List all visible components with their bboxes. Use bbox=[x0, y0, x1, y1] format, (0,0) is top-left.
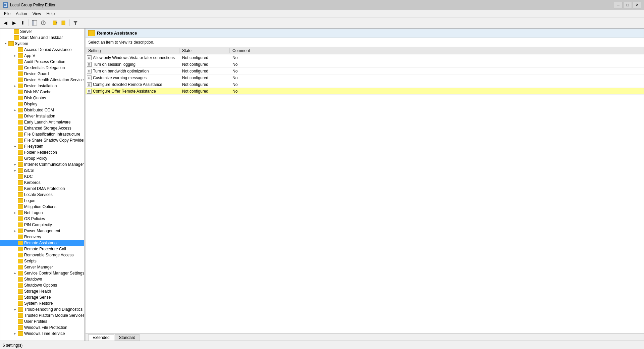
expand-icon[interactable]: ▸ bbox=[12, 144, 18, 149]
expand-icon[interactable] bbox=[12, 222, 18, 228]
tree-item[interactable]: Windows File Protection bbox=[0, 325, 84, 331]
expand-icon[interactable]: ▸ bbox=[12, 270, 18, 276]
expand-icon[interactable] bbox=[12, 65, 18, 70]
table-row[interactable]: ⊞Turn on session loggingNot configuredNo bbox=[86, 61, 644, 68]
expand-icon[interactable] bbox=[12, 89, 18, 95]
tree-item[interactable]: Remote Assistance bbox=[0, 240, 84, 246]
tree-item[interactable]: Disk Quotas bbox=[0, 95, 84, 101]
toolbar-btn-2[interactable] bbox=[39, 19, 47, 27]
expand-icon[interactable] bbox=[12, 95, 18, 101]
expand-icon[interactable] bbox=[12, 59, 18, 64]
expand-icon[interactable] bbox=[12, 204, 18, 209]
tree-item[interactable]: PIN Complexity bbox=[0, 222, 84, 228]
expand-icon[interactable]: ▸ bbox=[12, 210, 18, 215]
menu-file[interactable]: File bbox=[1, 11, 13, 17]
tree-item[interactable]: Server Manager bbox=[0, 264, 84, 270]
tree-item[interactable]: File Share Shadow Copy Provider bbox=[0, 137, 84, 143]
tree-item[interactable]: Folder Redirection bbox=[0, 149, 84, 155]
tree-item[interactable]: Scripts bbox=[0, 258, 84, 264]
expand-icon[interactable] bbox=[12, 216, 18, 221]
expand-icon[interactable] bbox=[12, 113, 18, 119]
expand-icon[interactable] bbox=[12, 240, 18, 246]
expand-icon[interactable] bbox=[12, 246, 18, 252]
expand-icon[interactable]: ▸ bbox=[12, 83, 18, 89]
menu-help[interactable]: Help bbox=[44, 11, 58, 17]
col-header-state[interactable]: State bbox=[179, 48, 230, 53]
tree-item[interactable]: Group Policy bbox=[0, 155, 84, 161]
show-hide-button[interactable] bbox=[31, 19, 39, 27]
expand-icon[interactable]: ▾ bbox=[3, 41, 8, 46]
tree-item[interactable]: Audit Process Creation bbox=[0, 59, 84, 65]
expand-icon[interactable] bbox=[12, 319, 18, 324]
expand-icon[interactable] bbox=[12, 186, 18, 191]
expand-icon[interactable] bbox=[12, 289, 18, 294]
expand-icon[interactable] bbox=[12, 234, 18, 240]
expand-icon[interactable]: ▸ bbox=[12, 331, 18, 336]
expand-icon[interactable] bbox=[12, 156, 18, 161]
tree-item[interactable]: Storage Sense bbox=[0, 294, 84, 300]
tree-item[interactable]: Kerberos bbox=[0, 180, 84, 186]
tree-item[interactable]: ▸Device Installation bbox=[0, 83, 84, 89]
expand-icon[interactable] bbox=[12, 192, 18, 197]
expand-icon[interactable] bbox=[8, 35, 14, 40]
tab-standard[interactable]: Standard bbox=[115, 334, 140, 341]
expand-icon[interactable] bbox=[12, 77, 18, 83]
expand-icon[interactable] bbox=[12, 150, 18, 155]
link-gpo-button[interactable] bbox=[60, 19, 68, 27]
expand-icon[interactable]: ▸ bbox=[12, 168, 18, 173]
tree-item[interactable]: ▾System bbox=[0, 41, 84, 47]
tree-item[interactable]: ▸Service Control Manager Settings bbox=[0, 270, 84, 276]
tree-item[interactable]: Device Health Attestation Service bbox=[0, 77, 84, 83]
expand-icon[interactable] bbox=[12, 174, 18, 179]
tree-item[interactable]: File Classification Infrastructure bbox=[0, 131, 84, 137]
tree-item[interactable]: ▸Power Management bbox=[0, 228, 84, 234]
expand-icon[interactable]: ▸ bbox=[12, 107, 18, 113]
expand-icon[interactable] bbox=[12, 295, 18, 300]
tab-extended[interactable]: Extended bbox=[88, 334, 114, 341]
tree-item[interactable]: ▸Windows Time Service bbox=[0, 331, 84, 337]
tree-item[interactable]: Device Guard bbox=[0, 71, 84, 77]
close-button[interactable]: ✕ bbox=[633, 2, 641, 8]
tree-item[interactable]: Remote Procedure Call bbox=[0, 246, 84, 252]
tree-item[interactable]: ▸Filesystem bbox=[0, 143, 84, 149]
col-header-setting[interactable]: Setting bbox=[86, 48, 179, 53]
tree-item[interactable]: ▸Net Logon bbox=[0, 210, 84, 216]
col-header-comment[interactable]: Comment bbox=[230, 48, 280, 53]
expand-icon[interactable] bbox=[12, 277, 18, 282]
expand-icon[interactable]: ▸ bbox=[12, 162, 18, 167]
tree-item[interactable]: User Profiles bbox=[0, 318, 84, 325]
expand-icon[interactable] bbox=[12, 138, 18, 143]
tree-item[interactable]: Mitigation Options bbox=[0, 204, 84, 210]
table-row[interactable]: ⊞Configure Solicited Remote AssistanceNo… bbox=[86, 81, 644, 88]
forward-button[interactable]: ▶ bbox=[10, 19, 18, 27]
expand-icon[interactable]: ▸ bbox=[12, 53, 18, 58]
tree-item[interactable]: Trusted Platform Module Services bbox=[0, 312, 84, 318]
expand-icon[interactable] bbox=[12, 283, 18, 288]
table-row[interactable]: ⊞Allow only Windows Vista or later conne… bbox=[86, 54, 644, 61]
tree-item[interactable]: Display bbox=[0, 101, 84, 107]
expand-icon[interactable] bbox=[12, 119, 18, 125]
expand-icon[interactable] bbox=[12, 252, 18, 258]
table-row[interactable]: ⊞Turn on bandwidth optimizationNot confi… bbox=[86, 68, 644, 74]
table-row[interactable]: ⊞Customize warning messagesNot configure… bbox=[86, 74, 644, 81]
tree-item[interactable]: Early Launch Antimalware bbox=[0, 119, 84, 125]
expand-icon[interactable] bbox=[12, 180, 18, 185]
tree-item[interactable]: Access-Denied Assistance bbox=[0, 47, 84, 53]
tree-item[interactable]: ▸App-V bbox=[0, 53, 84, 59]
filter-button[interactable] bbox=[71, 19, 79, 27]
tree-item[interactable]: Start Menu and Taskbar bbox=[0, 35, 84, 41]
tree-item[interactable]: System Restore bbox=[0, 300, 84, 306]
menu-view[interactable]: View bbox=[30, 11, 44, 17]
tree-item[interactable]: Credentials Delegation bbox=[0, 65, 84, 71]
tree-item[interactable]: Driver Installation bbox=[0, 113, 84, 119]
tree-item[interactable]: Locale Services bbox=[0, 192, 84, 198]
back-button[interactable]: ◀ bbox=[1, 19, 9, 27]
expand-icon[interactable] bbox=[12, 47, 18, 52]
tree-item[interactable]: Enhanced Storage Access bbox=[0, 125, 84, 131]
expand-icon[interactable] bbox=[12, 126, 18, 131]
maximize-button[interactable]: □ bbox=[623, 2, 632, 8]
tree-item[interactable]: Removable Storage Access bbox=[0, 252, 84, 258]
expand-icon[interactable] bbox=[12, 325, 18, 330]
expand-icon[interactable] bbox=[12, 71, 18, 77]
tree-item[interactable]: ▸Distributed COM bbox=[0, 107, 84, 113]
